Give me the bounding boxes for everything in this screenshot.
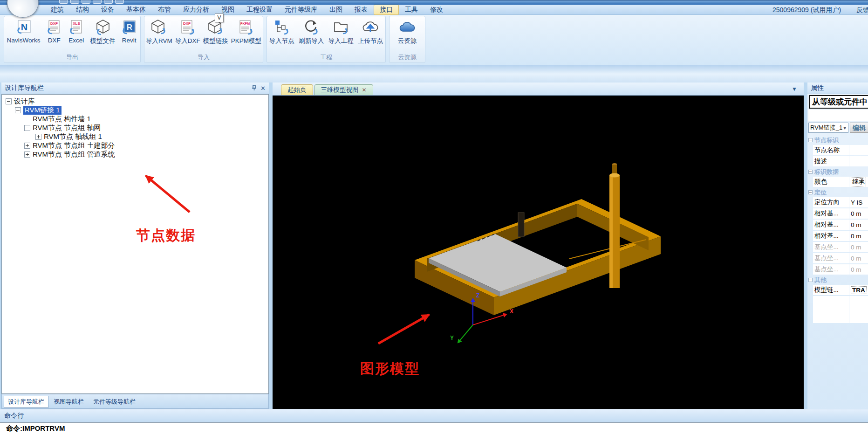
menu-item-tools[interactable]: 工具: [399, 5, 424, 15]
relative-base-y-value[interactable]: 0 m: [849, 220, 868, 230]
edit-button[interactable]: 编辑: [850, 123, 868, 133]
collapse-icon[interactable]: [808, 190, 813, 194]
tree-node-grid-group[interactable]: RVM节点 节点组 轴网: [2, 124, 268, 132]
import-rvm-button[interactable]: 导入RVM: [145, 19, 173, 45]
collapse-icon[interactable]: [808, 170, 813, 174]
model-link-value[interactable]: TRA: [849, 285, 868, 295]
close-tab-icon[interactable]: ✕: [362, 87, 367, 93]
collapse-icon[interactable]: [24, 125, 30, 131]
expand-icon[interactable]: [24, 152, 30, 158]
relative-base-z-value[interactable]: 0 m: [849, 231, 868, 241]
post-model: [518, 213, 524, 237]
tree-node-rvm-link[interactable]: RVM链接 1: [2, 106, 268, 115]
ribbon-group-export: N NavisWorks DXF DXF XLS Excel 模: [4, 16, 141, 63]
qat-button-icon[interactable]: [70, 0, 79, 4]
collapse-icon[interactable]: [15, 107, 21, 113]
qat-button-icon[interactable]: [93, 0, 102, 4]
revit-export-button[interactable]: R Revit: [120, 19, 138, 44]
cloud-resource-button[interactable]: 云资源: [397, 19, 417, 45]
window-titlebar: [0, 0, 868, 5]
menu-item-report[interactable]: 报表: [349, 5, 374, 15]
collapse-icon[interactable]: [808, 278, 813, 282]
expand-icon[interactable]: [24, 143, 30, 149]
qat-button-icon[interactable]: [104, 0, 113, 4]
description-value[interactable]: [849, 156, 868, 166]
section-other[interactable]: 其他: [807, 276, 868, 284]
menu-item-component-library[interactable]: 元件等级库: [279, 5, 323, 15]
node-name-value[interactable]: [849, 145, 868, 155]
tree-node-piping-group[interactable]: RVM节点 节点组 管道系统: [2, 150, 268, 159]
color-value[interactable]: 继承: [849, 177, 868, 187]
tab-design-library-navigator[interactable]: 设计库导航栏: [4, 396, 48, 408]
properties-panel-header: 属性: [807, 83, 868, 94]
z-axis-label: Z: [476, 292, 479, 299]
keytip-badge: V: [215, 14, 224, 22]
section-node-identity[interactable]: 节点标识: [807, 136, 868, 144]
feedback-link[interactable]: 反馈: [856, 6, 868, 14]
document-tab-bar: 起始页 三维模型视图 ✕ ▼: [273, 83, 804, 96]
menu-item-piping[interactable]: 布管: [152, 5, 177, 15]
tab-list-dropdown-icon[interactable]: ▼: [792, 86, 797, 92]
ribbon-group-import: 导入RVM DXF 导入DXF 模型链接 PKPM PKPM模型: [144, 16, 263, 63]
menu-item-modify[interactable]: 修改: [424, 5, 449, 15]
viewport-area: 起始页 三维模型视图 ✕ ▼: [273, 83, 804, 409]
menu-item-building[interactable]: 建筑: [45, 5, 70, 15]
rvm-link-select[interactable]: RVM链接_1 ▼: [808, 123, 848, 133]
menu-item-interface[interactable]: 接口: [374, 5, 399, 15]
command-input-area[interactable]: 命令:IMPORTRVM: [0, 422, 868, 434]
menu-item-drawing[interactable]: 出图: [323, 5, 349, 15]
import-project-button[interactable]: 导入工程: [328, 19, 354, 45]
close-icon[interactable]: ✕: [260, 85, 266, 91]
dxf-export-button[interactable]: DXF DXF: [45, 19, 63, 44]
pin-icon[interactable]: [252, 85, 257, 92]
svg-text:DXF: DXF: [183, 21, 191, 26]
orientation-value[interactable]: Y IS: [849, 197, 868, 207]
refresh-import-button[interactable]: 刷新导入: [298, 19, 324, 45]
import-dxf-button[interactable]: DXF 导入DXF: [175, 19, 201, 45]
base-point-x-value: 0 m: [849, 242, 868, 252]
property-row-relative-base-y: 相对基... 0 m: [813, 220, 868, 230]
model-link-button[interactable]: 模型链接: [203, 19, 229, 45]
tab-3d-model-view[interactable]: 三维模型视图 ✕: [314, 84, 373, 95]
menu-item-equipment[interactable]: 设备: [95, 5, 120, 15]
collapse-icon[interactable]: [808, 138, 813, 142]
section-identity-data[interactable]: 标识数据: [807, 168, 868, 176]
leaf-spacer: [24, 116, 30, 122]
navisworks-export-button[interactable]: N NavisWorks: [7, 19, 41, 44]
menu-item-project-settings[interactable]: 工程设置: [240, 5, 279, 15]
from-grade-or-component-button[interactable]: 从等级或元件中: [809, 95, 868, 109]
base-point-z-value: 0 m: [849, 264, 868, 275]
property-row-base-point-z: 基点坐... 0 m: [813, 264, 868, 275]
expand-icon[interactable]: [35, 134, 41, 140]
navisworks-icon: N: [15, 19, 32, 36]
qat-button-icon[interactable]: [59, 0, 68, 4]
import-node-button[interactable]: 导入节点: [269, 19, 295, 45]
tree-node-axis-group[interactable]: RVM节点 轴线组 1: [2, 132, 268, 141]
tab-view-navigator[interactable]: 视图导航栏: [49, 396, 88, 408]
collapse-icon[interactable]: [6, 98, 12, 104]
property-row-model-link: 模型链... TRA: [813, 285, 868, 295]
tree-node-civil-group[interactable]: RVM节点 节点组 土建部分: [2, 141, 268, 150]
revit-icon: R: [121, 19, 137, 36]
tab-component-grade-navigator[interactable]: 元件等级导航栏: [89, 396, 140, 408]
property-row-description: 描述: [813, 156, 868, 166]
menu-item-structure[interactable]: 结构: [70, 5, 95, 15]
menu-item-stress-analysis[interactable]: 应力分析: [177, 5, 215, 15]
tab-start-page[interactable]: 起始页: [281, 84, 313, 95]
tree-node-wall[interactable]: RVM节点 构件墙 1: [2, 115, 268, 124]
pkpm-model-button[interactable]: PKPM PKPM模型: [231, 19, 262, 45]
design-library-panel-title: 设计库导航栏: [5, 84, 44, 92]
dxf-doc-icon: DXF: [179, 19, 196, 36]
qat-button-icon[interactable]: [82, 0, 90, 4]
tree-node-design-library[interactable]: 设计库: [2, 97, 268, 106]
xls-doc-icon: XLS: [68, 19, 85, 36]
section-positioning[interactable]: 定位: [807, 188, 868, 196]
model-file-export-button[interactable]: 模型文件: [90, 19, 116, 45]
excel-export-button[interactable]: XLS Excel: [68, 19, 85, 44]
relative-base-x-value[interactable]: 0 m: [849, 208, 868, 219]
qat-button-icon[interactable]: [115, 0, 124, 4]
upload-node-button[interactable]: 上传节点: [357, 19, 383, 45]
menu-item-primitive[interactable]: 基本体: [120, 5, 152, 15]
3d-model-canvas[interactable]: Z X Y 图形模型: [273, 96, 804, 409]
property-row-relative-base-z: 相对基... 0 m: [813, 231, 868, 241]
